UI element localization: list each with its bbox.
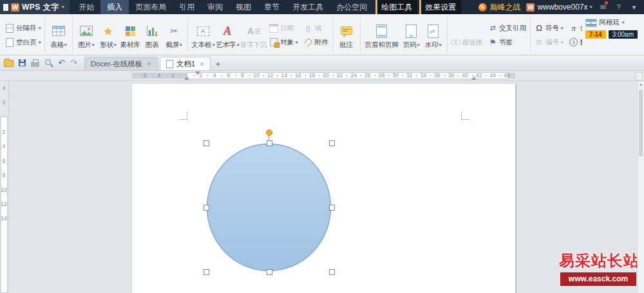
header-footer-button[interactable]: 页眉和页脚 — [363, 21, 401, 50]
resize-handle-middle-left[interactable] — [204, 205, 209, 211]
menu-tab-view[interactable]: 视图 — [229, 0, 258, 14]
chevron-down-icon: ▾ — [439, 41, 442, 48]
menu-tab-references[interactable]: 引用 — [173, 0, 201, 14]
header-footer-icon — [376, 23, 387, 39]
document-tab-doc1[interactable]: 文档1 × — [160, 57, 211, 70]
context-tab-drawing-tools[interactable]: 绘图工具 — [375, 0, 417, 14]
screenshot-button[interactable]: ✂ 截屏▾ — [163, 21, 185, 50]
menu-tab-home[interactable]: 开始 — [72, 0, 100, 14]
horizontal-ruler[interactable]: 6422468101214161820222426283032343638404… — [0, 71, 644, 81]
ellipse-shape[interactable] — [206, 143, 332, 272]
resize-handle-top-right[interactable] — [329, 140, 335, 146]
first-line-indent-marker[interactable] — [195, 71, 200, 75]
attachment-button[interactable]: 附件 — [303, 37, 330, 48]
ruler-mark: 46 — [504, 71, 509, 79]
asset-library-icon — [126, 23, 135, 39]
document-tab-docer[interactable]: Docer-在线模板 × — [84, 57, 158, 70]
ruler-mark: 28 — [379, 71, 384, 79]
formula-button[interactable]: π 公式▾ — [568, 23, 582, 33]
ruler-mark — [444, 75, 445, 77]
ruler-mark — [500, 75, 500, 77]
picture-icon — [79, 23, 94, 39]
hyperlink-button[interactable]: 超链接 — [450, 37, 484, 48]
ruler-mark: 2 — [0, 129, 8, 135]
shapes-button[interactable]: ★ 形状▾ — [97, 21, 119, 50]
ruler-mark: 14 — [0, 215, 8, 222]
resize-handle-top-center[interactable] — [267, 140, 272, 146]
ruler-mark — [180, 75, 180, 77]
chart-button[interactable]: 图表 — [141, 21, 163, 50]
textbox-button[interactable]: A 文本框▾ — [191, 21, 215, 50]
collapse-ribbon-icon[interactable]: ▾ — [629, 3, 639, 12]
new-tab-button[interactable]: + — [213, 58, 224, 70]
menu-tab-page-layout[interactable]: 页面布局 — [129, 0, 173, 14]
page-break-button[interactable]: 分隔符▾ — [4, 23, 42, 33]
help-icon[interactable]: ? — [614, 3, 623, 12]
ruler-toggle-button[interactable] — [636, 72, 643, 80]
ruler-mark — [361, 75, 361, 77]
left-indent-marker[interactable] — [184, 76, 189, 80]
context-tab-effect-settings[interactable]: 效果设置 — [419, 0, 461, 14]
worldcup-widget[interactable]: 阿根廷 ▾ 7-14 3:00am — [585, 18, 638, 39]
app-menu-button[interactable]: W WPS 文字 ▾ — [0, 0, 70, 14]
close-icon[interactable]: × — [147, 60, 151, 68]
rotate-handle[interactable] — [266, 129, 272, 136]
wordart-button[interactable]: A 艺术字▾ — [215, 21, 240, 50]
ruler-mark: 10 — [0, 187, 8, 193]
numbering-button[interactable]: 编号▾ — [533, 37, 565, 48]
object-icon — [269, 38, 278, 47]
scroll-up-arrow-icon[interactable]: ▲ — [638, 81, 644, 88]
ruler-mark — [236, 75, 236, 77]
ribbon-separator — [360, 18, 361, 52]
blank-page-button[interactable]: 空白页▾ — [4, 37, 42, 48]
page-number-button[interactable]: 页码▾ — [401, 21, 422, 50]
resize-handle-middle-right[interactable] — [329, 205, 335, 211]
open-button[interactable] — [4, 59, 14, 67]
menu-tab-office-space[interactable]: 办公空间 — [330, 0, 374, 14]
scrollbar-thumb[interactable] — [639, 90, 643, 156]
ruler-mark: 18 — [309, 71, 315, 79]
watermark-url: www.easck.com — [560, 272, 636, 286]
menu-tab-insert[interactable]: 插入 — [100, 0, 129, 14]
field-icon: {} — [304, 24, 313, 33]
print-button[interactable] — [31, 59, 39, 67]
undo-icon: ↶ — [58, 58, 65, 68]
notification-badge — [605, 1, 608, 5]
comment-button[interactable]: 批注 — [336, 21, 357, 50]
resize-handle-bottom-center[interactable] — [267, 269, 272, 275]
redo-button[interactable]: ↷ — [70, 58, 77, 68]
print-preview-button[interactable] — [44, 59, 53, 67]
watermark-icon — [428, 23, 439, 39]
right-indent-marker[interactable] — [471, 76, 477, 80]
vertical-scrollbar[interactable]: ▲ — [637, 81, 644, 293]
menu-tab-developer-tools[interactable]: 开发工具 — [286, 0, 330, 14]
undo-button[interactable]: ↶ — [58, 58, 65, 68]
message-icon[interactable]: ✉ — [598, 3, 608, 12]
symbol-button[interactable]: Ω 符号▾ — [533, 23, 565, 33]
bookmark-button[interactable]: ⚑ 书签 — [487, 37, 527, 48]
menu-tab-review[interactable]: 审阅 — [201, 0, 229, 14]
resize-handle-bottom-right[interactable] — [329, 269, 335, 275]
menu-tab-section[interactable]: 章节 — [258, 0, 286, 14]
ruler-mark — [291, 75, 292, 77]
object-button[interactable]: 对象▾ — [268, 37, 299, 48]
account-button[interactable]: W wwwbove007x ▾ — [526, 3, 592, 12]
resize-handle-top-left[interactable] — [204, 140, 209, 146]
picture-button[interactable]: 图片▾ — [75, 21, 97, 50]
cross-reference-icon: ⇄ — [488, 24, 497, 33]
number-button[interactable]: 3 数字 — [568, 37, 582, 48]
field-button[interactable]: {} 域 — [303, 23, 330, 33]
dropcap-button[interactable]: A 首字下沉 — [240, 21, 268, 50]
ribbon-separator — [530, 18, 531, 52]
asset-library-button[interactable]: 素材库 — [119, 21, 141, 50]
resize-handle-bottom-left[interactable] — [204, 269, 209, 275]
cross-reference-button[interactable]: ⇄ 交叉引用 — [487, 23, 527, 33]
table-button[interactable]: 表格▾ — [48, 21, 70, 50]
close-icon[interactable]: × — [200, 60, 204, 68]
save-button[interactable] — [19, 59, 26, 66]
vertical-ruler[interactable]: 422468101214 — [0, 81, 9, 293]
game-promo-button[interactable]: ★ 巅峰之战 — [478, 2, 520, 13]
date-button[interactable]: 日期 — [268, 23, 299, 33]
watermark-button[interactable]: 水印▾ — [422, 21, 444, 50]
document-canvas[interactable]: 422468101214 易采站长站 www.easck.com ▲ — [0, 81, 644, 293]
